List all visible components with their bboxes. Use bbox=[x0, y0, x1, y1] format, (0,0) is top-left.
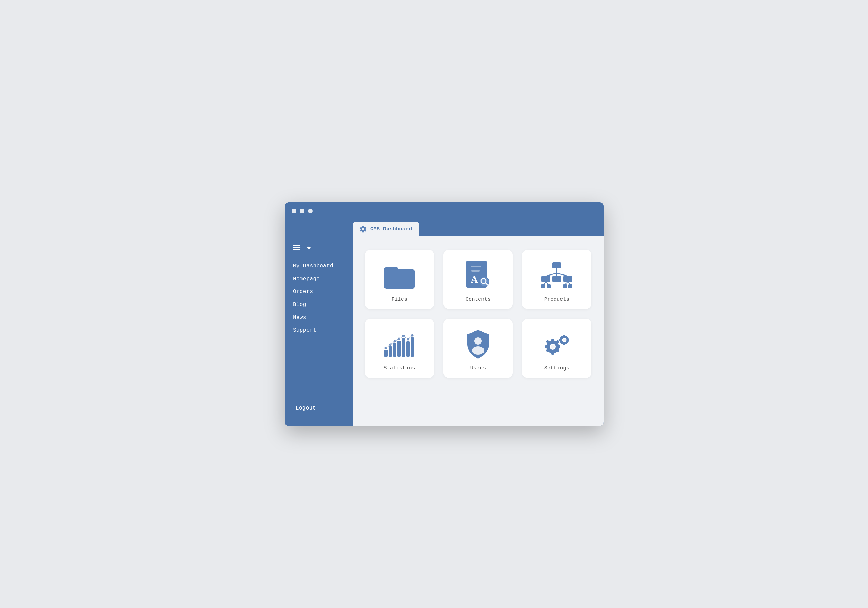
statistics-icon-area bbox=[383, 330, 416, 360]
sidebar: ★ My Dashboard Homepage Orders Blog News… bbox=[285, 236, 353, 426]
statistics-tile[interactable]: Statistics bbox=[365, 319, 434, 378]
hierarchy-icon bbox=[540, 262, 574, 289]
svg-line-18 bbox=[546, 282, 549, 284]
main-area: ★ My Dashboard Homepage Orders Blog News… bbox=[285, 236, 603, 426]
cms-dashboard-tab[interactable]: CMS Dashboard bbox=[353, 222, 419, 236]
dashboard-grid: Files A bbox=[365, 250, 591, 378]
svg-rect-4 bbox=[471, 270, 480, 272]
svg-rect-0 bbox=[384, 269, 415, 289]
svg-line-17 bbox=[543, 282, 546, 284]
svg-rect-55 bbox=[559, 339, 561, 341]
contents-label: Contents bbox=[465, 297, 491, 302]
svg-rect-29 bbox=[402, 338, 405, 356]
svg-rect-16 bbox=[563, 276, 572, 282]
svg-rect-53 bbox=[563, 334, 565, 337]
contents-icon-area: A bbox=[461, 261, 495, 291]
document-icon: A bbox=[465, 261, 491, 291]
files-label: Files bbox=[392, 297, 408, 302]
sidebar-item-news[interactable]: News bbox=[290, 312, 347, 323]
svg-rect-46 bbox=[557, 345, 561, 348]
settings-icon-area bbox=[540, 330, 574, 360]
svg-line-13 bbox=[557, 273, 567, 276]
sidebar-logout: Logout bbox=[285, 397, 353, 419]
settings-tile[interactable]: Settings bbox=[522, 319, 591, 378]
svg-rect-1 bbox=[384, 267, 398, 272]
nav-items: My Dashboard Homepage Orders Blog News S… bbox=[285, 260, 353, 397]
logout-button[interactable]: Logout bbox=[293, 403, 344, 414]
svg-line-19 bbox=[565, 282, 567, 284]
chart-icon bbox=[383, 331, 416, 358]
products-tile[interactable]: Products bbox=[522, 250, 591, 309]
users-label: Users bbox=[470, 365, 486, 371]
svg-rect-9 bbox=[552, 262, 561, 268]
svg-rect-43 bbox=[551, 339, 554, 342]
svg-rect-14 bbox=[541, 276, 550, 282]
svg-rect-54 bbox=[563, 343, 565, 345]
products-label: Products bbox=[544, 297, 569, 302]
sidebar-item-blog[interactable]: Blog bbox=[290, 299, 347, 311]
scene: CMS Dashboard ★ My Dashboard Homepage Or… bbox=[265, 182, 603, 426]
title-bar bbox=[285, 202, 603, 220]
sidebar-toolbar: ★ bbox=[285, 243, 353, 260]
svg-point-39 bbox=[474, 337, 482, 345]
settings-label: Settings bbox=[544, 365, 569, 371]
sidebar-item-support[interactable]: Support bbox=[290, 325, 347, 336]
maximize-dot bbox=[308, 209, 313, 213]
svg-line-20 bbox=[567, 282, 570, 284]
gears-icon bbox=[540, 330, 574, 359]
svg-point-42 bbox=[551, 345, 555, 349]
svg-rect-23 bbox=[563, 284, 567, 288]
shield-user-icon bbox=[465, 330, 491, 360]
svg-rect-22 bbox=[547, 284, 551, 288]
svg-rect-25 bbox=[384, 350, 388, 356]
gear-tab-icon bbox=[360, 225, 367, 233]
folder-icon bbox=[384, 263, 415, 289]
svg-rect-3 bbox=[471, 266, 482, 267]
svg-rect-26 bbox=[389, 347, 392, 356]
files-icon-area bbox=[383, 261, 416, 291]
sidebar-item-orders[interactable]: Orders bbox=[290, 286, 347, 297]
nav-spacer bbox=[290, 337, 347, 397]
svg-rect-44 bbox=[551, 351, 554, 355]
files-tile[interactable]: Files bbox=[365, 250, 434, 309]
hamburger-icon[interactable] bbox=[293, 245, 301, 250]
svg-rect-31 bbox=[411, 337, 414, 356]
window-controls bbox=[291, 209, 313, 213]
svg-rect-30 bbox=[406, 341, 409, 356]
browser-window: CMS Dashboard ★ My Dashboard Homepage Or… bbox=[285, 202, 603, 426]
content-area: Files A bbox=[353, 236, 603, 426]
svg-rect-21 bbox=[541, 284, 545, 288]
close-dot bbox=[291, 209, 296, 213]
svg-point-52 bbox=[563, 339, 566, 341]
svg-rect-28 bbox=[397, 341, 401, 356]
statistics-label: Statistics bbox=[383, 365, 415, 371]
users-icon-area bbox=[461, 330, 495, 360]
tab-bar: CMS Dashboard bbox=[285, 220, 603, 236]
svg-point-40 bbox=[472, 347, 484, 355]
star-icon[interactable]: ★ bbox=[307, 243, 311, 252]
sidebar-item-homepage[interactable]: Homepage bbox=[290, 273, 347, 285]
contents-tile[interactable]: A Contents bbox=[443, 250, 513, 309]
svg-line-11 bbox=[547, 273, 557, 276]
svg-rect-45 bbox=[545, 345, 548, 348]
svg-text:A: A bbox=[471, 274, 478, 285]
tab-label: CMS Dashboard bbox=[370, 226, 412, 232]
sidebar-item-my-dashboard[interactable]: My Dashboard bbox=[290, 260, 347, 272]
svg-rect-24 bbox=[568, 284, 572, 288]
svg-rect-27 bbox=[393, 343, 396, 356]
minimize-dot bbox=[300, 209, 304, 213]
products-icon-area bbox=[540, 261, 574, 291]
svg-rect-15 bbox=[552, 276, 561, 282]
svg-rect-56 bbox=[567, 339, 569, 341]
users-tile[interactable]: Users bbox=[443, 319, 513, 378]
